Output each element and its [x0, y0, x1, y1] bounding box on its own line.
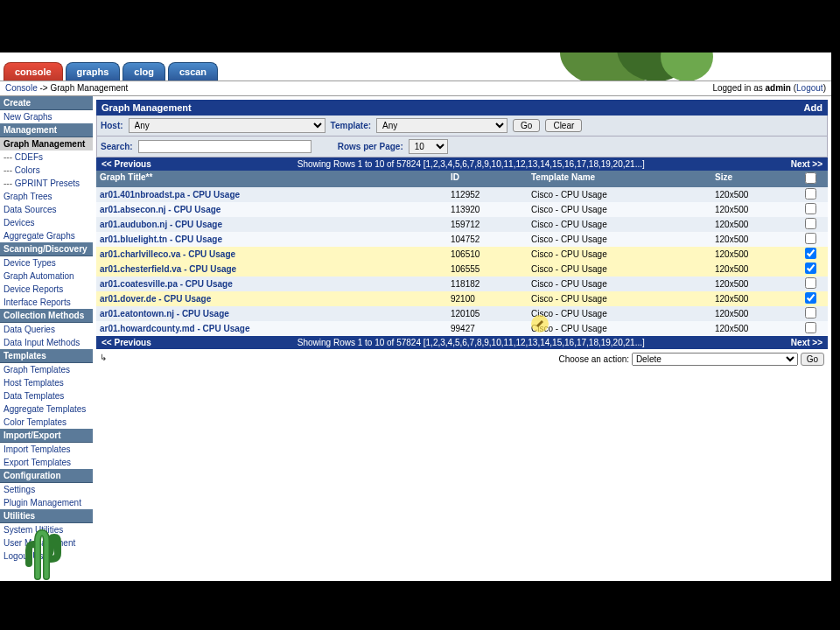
graph-link[interactable]: ar01.eatontown.nj - CPU Usage [100, 309, 229, 318]
add-link[interactable]: Add [804, 102, 822, 113]
sidebar-data-sources[interactable]: Data Sources [0, 203, 93, 216]
sidebar-color-templates[interactable]: Color Templates [0, 416, 93, 429]
sidebar-graph-management[interactable]: Graph Management [0, 137, 93, 150]
sidebar-devices[interactable]: Devices [0, 216, 93, 229]
sidebar-data-templates[interactable]: Data Templates [0, 389, 93, 402]
table-header: Graph Title** ID Template Name Size [96, 171, 828, 187]
sidebar-templates: Templates [0, 349, 93, 363]
cactus-banner-art [560, 52, 718, 80]
sidebar-aggregate-templates[interactable]: Aggregate Templates [0, 402, 93, 416]
row-checkbox[interactable] [805, 188, 816, 200]
sidebar-data-queries[interactable]: Data Queries [0, 323, 93, 336]
search-input[interactable] [138, 140, 312, 153]
pager-bottom: << Previous Showing Rows 1 to 10 of 5782… [96, 336, 828, 349]
graph-link[interactable]: ar01.audubon.nj - CPU Usage [100, 220, 222, 229]
breadcrumb-bar: Console -> Graph Management Logged in as… [0, 80, 831, 96]
table-row[interactable]: ar01.chesterfield.va - CPU Usage106555Ci… [96, 262, 828, 276]
table-row[interactable]: ar01.howardcounty.md - CPU Usage99427Cis… [96, 321, 828, 336]
next-page[interactable]: Next >> [791, 159, 822, 169]
cell-template: Cisco - CPU Usage [531, 190, 715, 200]
row-checkbox[interactable] [805, 322, 816, 333]
table-row[interactable]: ar01.eatontown.nj - CPU Usage120105Cisco… [96, 306, 828, 321]
col-title[interactable]: Graph Title** [96, 172, 451, 186]
breadcrumb-root[interactable]: Console [5, 83, 38, 93]
sidebar-interface-reports[interactable]: Interface Reports [0, 296, 93, 309]
table-row[interactable]: ar01.charlvilleco.va - CPU Usage106510Ci… [96, 247, 828, 262]
sidebar-graph-trees[interactable]: Graph Trees [0, 190, 93, 203]
cell-size: 120x500 [715, 264, 802, 274]
prev-page[interactable]: << Previous [102, 159, 151, 169]
graph-link[interactable]: ar01.bluelight.tn - CPU Usage [100, 234, 222, 244]
cell-id: 106510 [451, 249, 531, 259]
cell-template: Cisco - CPU Usage [531, 264, 715, 274]
template-select[interactable]: Any [376, 118, 508, 133]
action-go-button[interactable]: Go [801, 353, 824, 366]
sidebar-graph-templates[interactable]: Graph Templates [0, 363, 93, 376]
row-checkbox[interactable] [805, 307, 816, 318]
action-select[interactable]: Delete [632, 353, 798, 366]
host-select[interactable]: Any [129, 118, 326, 133]
sidebar-device-types[interactable]: Device Types [0, 256, 93, 270]
table-row[interactable]: ar01.absecon.nj - CPU Usage113920Cisco -… [96, 202, 828, 217]
col-id[interactable]: ID [451, 172, 531, 186]
sidebar-colors[interactable]: Colors [0, 164, 93, 177]
sidebar-graph-automation[interactable]: Graph Automation [0, 270, 93, 283]
graph-link[interactable]: ar01.coatesville.pa - CPU Usage [100, 279, 233, 289]
sidebar-create: Create [0, 96, 93, 110]
sidebar-cdefs[interactable]: CDEFs [0, 150, 93, 164]
graph-link[interactable]: ar01.howardcounty.md - CPU Usage [100, 324, 250, 333]
logout-link[interactable]: Logout [796, 83, 823, 93]
graph-link[interactable]: ar01.401nbroadst.pa - CPU Usage [100, 190, 240, 200]
go-button[interactable]: Go [513, 119, 540, 132]
sidebar-export-templates[interactable]: Export Templates [0, 456, 93, 469]
graph-link[interactable]: ar01.charlvilleco.va - CPU Usage [100, 249, 235, 259]
sidebar: CreateNew GraphsManagementGraph Manageme… [0, 96, 93, 581]
template-label: Template: [331, 121, 372, 130]
row-checkbox[interactable] [805, 262, 816, 274]
sidebar-new-graphs[interactable]: New Graphs [0, 110, 93, 123]
cell-size: 120x500 [715, 279, 802, 289]
cell-id: 104752 [451, 234, 531, 244]
row-checkbox[interactable] [805, 203, 816, 214]
cell-size: 120x500 [715, 324, 802, 333]
rows-select[interactable]: 10 [409, 139, 448, 154]
cell-template: Cisco - CPU Usage [531, 279, 715, 289]
col-size[interactable]: Size [715, 172, 802, 186]
graph-link[interactable]: ar01.dover.de - CPU Usage [100, 294, 211, 304]
sidebar-gprint-presets[interactable]: GPRINT Presets [0, 177, 93, 190]
row-checkbox[interactable] [805, 218, 816, 229]
sidebar-data-input-methods[interactable]: Data Input Methods [0, 336, 93, 349]
graph-link[interactable]: ar01.absecon.nj - CPU Usage [100, 205, 220, 214]
prev-page-bottom[interactable]: << Previous [102, 338, 151, 347]
cell-size: 120x500 [715, 205, 802, 214]
next-page-bottom[interactable]: Next >> [791, 338, 822, 347]
graph-link[interactable]: ar01.chesterfield.va - CPU Usage [100, 264, 236, 274]
table-row[interactable]: ar01.dover.de - CPU Usage92100Cisco - CP… [96, 291, 828, 306]
filter-bar-2: Search: Rows per Page: 10 [96, 136, 828, 158]
row-checkbox[interactable] [805, 248, 816, 259]
table-row[interactable]: ar01.audubon.nj - CPU Usage159712Cisco -… [96, 217, 828, 232]
sidebar-import-templates[interactable]: Import Templates [0, 443, 93, 456]
sidebar-settings[interactable]: Settings [0, 483, 93, 496]
table-row[interactable]: ar01.401nbroadst.pa - CPU Usage112952Cis… [96, 187, 828, 202]
row-checkbox[interactable] [805, 292, 816, 304]
tab-cscan[interactable]: cscan [168, 62, 218, 80]
tab-console[interactable]: console [4, 62, 63, 80]
clear-button[interactable]: Clear [545, 119, 582, 132]
table-row[interactable]: ar01.bluelight.tn - CPU Usage104752Cisco… [96, 232, 828, 247]
sidebar-scanning-discovery: Scanning/Discovery [0, 242, 93, 256]
sidebar-aggregate-graphs[interactable]: Aggregate Graphs [0, 229, 93, 242]
select-all-checkbox[interactable] [805, 172, 816, 184]
tab-clog[interactable]: clog [122, 62, 165, 80]
row-checkbox[interactable] [805, 277, 816, 289]
sidebar-plugin-management[interactable]: Plugin Management [0, 496, 93, 509]
col-select-all[interactable] [802, 172, 818, 186]
app-window: consolegraphsclogcscan Console -> Graph … [0, 52, 831, 581]
row-checkbox[interactable] [805, 233, 816, 244]
col-template[interactable]: Template Name [531, 172, 715, 186]
table-row[interactable]: ar01.coatesville.pa - CPU Usage118182Cis… [96, 276, 828, 291]
sidebar-host-templates[interactable]: Host Templates [0, 376, 93, 389]
cell-template: Cisco - CPU Usage [531, 309, 715, 318]
sidebar-device-reports[interactable]: Device Reports [0, 283, 93, 296]
tab-graphs[interactable]: graphs [66, 62, 121, 80]
